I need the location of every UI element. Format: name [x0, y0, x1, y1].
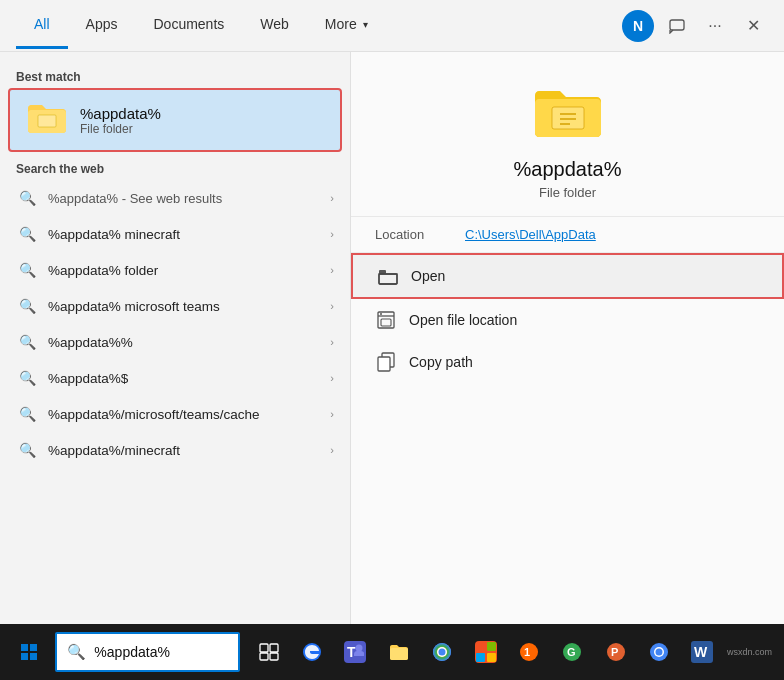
- chevron-right-icon: ›: [330, 264, 334, 276]
- best-match-subtitle: File folder: [80, 122, 161, 136]
- action-copy-path-label: Copy path: [409, 354, 473, 370]
- svg-point-43: [655, 649, 662, 656]
- chevron-right-icon: ›: [330, 300, 334, 312]
- search-item-text: %appdata% minecraft: [48, 227, 320, 242]
- search-item-text: %appdata% - See web results: [48, 191, 320, 206]
- svg-rect-16: [21, 653, 28, 660]
- svg-point-29: [439, 649, 446, 656]
- search-item-7[interactable]: 🔍 %appdata%/microsoft/teams/cache ›: [0, 396, 350, 432]
- tab-documents[interactable]: Documents: [135, 2, 242, 49]
- search-item-text: %appdata% folder: [48, 263, 320, 278]
- start-button[interactable]: [8, 630, 49, 674]
- search-item-4[interactable]: 🔍 %appdata% microsoft teams ›: [0, 288, 350, 324]
- search-web-label: Search the web: [0, 152, 350, 180]
- copy-icon: [375, 351, 397, 373]
- store-icon[interactable]: [465, 630, 506, 674]
- taskbar: 🔍 T: [0, 624, 784, 680]
- chrome2-icon[interactable]: [638, 630, 679, 674]
- svg-rect-7: [379, 274, 397, 284]
- detail-value-location[interactable]: C:\Users\Dell\AppData: [465, 227, 596, 242]
- svg-rect-17: [30, 653, 37, 660]
- chevron-right-icon: ›: [330, 408, 334, 420]
- folder-open-icon: [377, 265, 399, 287]
- svg-rect-32: [487, 642, 496, 651]
- svg-text:G: G: [567, 646, 576, 658]
- best-match-text: %appdata% File folder: [80, 105, 161, 136]
- svg-rect-11: [381, 319, 391, 326]
- folder-icon-large: [532, 82, 604, 146]
- action-open-file-location-label: Open file location: [409, 312, 517, 328]
- top-navigation: All Apps Documents Web More ▾ N ··· ✕: [0, 0, 784, 52]
- search-icon: 🔍: [16, 367, 38, 389]
- chevron-down-icon: ▾: [363, 19, 368, 30]
- search-item-1[interactable]: 🔍 %appdata% - See web results ›: [0, 180, 350, 216]
- svg-rect-0: [670, 20, 684, 30]
- search-icon: 🔍: [16, 223, 38, 245]
- user-avatar[interactable]: N: [622, 10, 654, 42]
- action-open[interactable]: Open: [351, 253, 784, 299]
- best-match-label: Best match: [0, 64, 350, 88]
- right-panel-title: %appdata%: [514, 158, 622, 181]
- right-panel-subtitle: File folder: [539, 185, 596, 200]
- chevron-right-icon: ›: [330, 444, 334, 456]
- action-copy-path[interactable]: Copy path: [351, 341, 784, 383]
- search-icon: 🔍: [16, 403, 38, 425]
- search-icon: 🔍: [67, 643, 86, 661]
- taskbar-search-bar[interactable]: 🔍: [55, 632, 240, 672]
- svg-rect-14: [21, 644, 28, 651]
- svg-text:1: 1: [524, 646, 530, 658]
- action-open-file-location[interactable]: Open file location: [351, 299, 784, 341]
- mail-icon[interactable]: 1: [508, 630, 549, 674]
- svg-rect-13: [378, 357, 390, 371]
- folder-icon: [26, 100, 68, 140]
- search-item-6[interactable]: 🔍 %appdata%$ ›: [0, 360, 350, 396]
- left-panel: Best match %appdata% File folder Search …: [0, 52, 350, 624]
- parental-controls-icon[interactable]: P: [595, 630, 636, 674]
- svg-rect-19: [270, 644, 278, 652]
- word-icon[interactable]: W: [682, 630, 723, 674]
- chevron-right-icon: ›: [330, 372, 334, 384]
- nav-actions: N ··· ✕: [622, 10, 768, 42]
- detail-row-location: Location C:\Users\Dell\AppData: [351, 217, 784, 253]
- best-match-title: %appdata%: [80, 105, 161, 122]
- search-item-8[interactable]: 🔍 %appdata%/minecraft ›: [0, 432, 350, 468]
- svg-rect-1: [38, 115, 56, 127]
- svg-text:P: P: [611, 646, 618, 658]
- tab-web[interactable]: Web: [242, 2, 307, 49]
- action-open-label: Open: [411, 268, 445, 284]
- search-icon: 🔍: [16, 259, 38, 281]
- chevron-right-icon: ›: [330, 228, 334, 240]
- search-item-5[interactable]: 🔍 %appdata%% ›: [0, 324, 350, 360]
- task-view-button[interactable]: [248, 630, 289, 674]
- close-icon[interactable]: ✕: [738, 11, 768, 41]
- search-icon: 🔍: [16, 187, 38, 209]
- best-match-item[interactable]: %appdata% File folder: [8, 88, 342, 152]
- feedback-icon[interactable]: [662, 11, 692, 41]
- file-location-icon: [375, 309, 397, 331]
- edge-icon[interactable]: [291, 630, 332, 674]
- svg-rect-15: [30, 644, 37, 651]
- tab-more[interactable]: More ▾: [307, 2, 386, 49]
- search-item-text: %appdata%%: [48, 335, 320, 350]
- svg-point-25: [356, 645, 363, 652]
- settings-icon[interactable]: G: [552, 630, 593, 674]
- svg-rect-21: [270, 653, 278, 660]
- svg-rect-31: [476, 642, 485, 651]
- search-item-text: %appdata%$: [48, 371, 320, 386]
- chrome-icon[interactable]: [422, 630, 463, 674]
- tab-apps[interactable]: Apps: [68, 2, 136, 49]
- file-explorer-icon[interactable]: [378, 630, 419, 674]
- svg-rect-2: [552, 107, 584, 129]
- svg-point-10: [380, 313, 382, 315]
- search-item-2[interactable]: 🔍 %appdata% minecraft ›: [0, 216, 350, 252]
- svg-rect-33: [476, 653, 485, 662]
- search-item-text: %appdata%/microsoft/teams/cache: [48, 407, 320, 422]
- svg-rect-20: [260, 653, 268, 660]
- svg-text:W: W: [694, 644, 708, 660]
- more-options-icon[interactable]: ···: [700, 11, 730, 41]
- teams-icon[interactable]: T: [335, 630, 376, 674]
- search-item-3[interactable]: 🔍 %appdata% folder ›: [0, 252, 350, 288]
- nav-tabs: All Apps Documents Web More ▾: [16, 2, 622, 49]
- taskbar-search-input[interactable]: [94, 644, 228, 660]
- tab-all[interactable]: All: [16, 2, 68, 49]
